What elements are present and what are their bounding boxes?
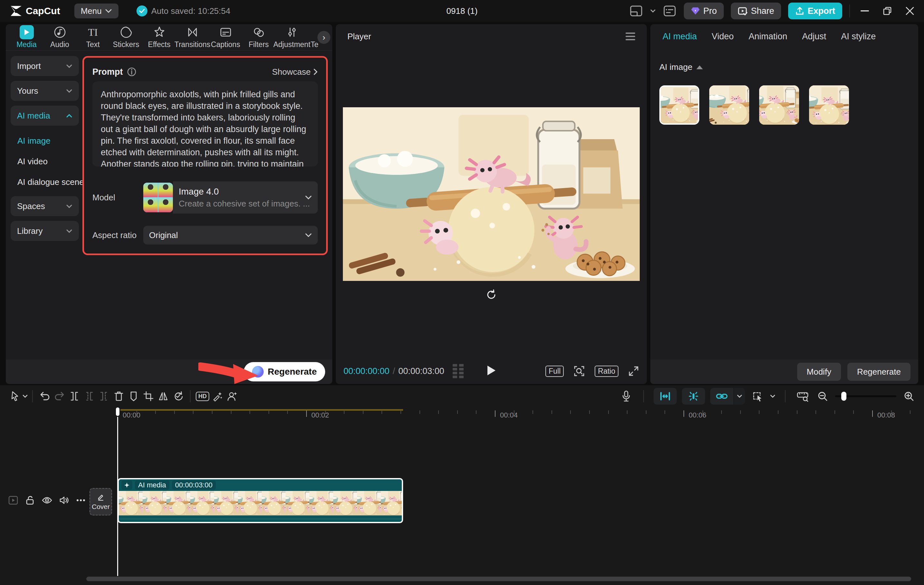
track-lock-icon[interactable] [25, 493, 35, 508]
tab-stickers[interactable]: Stickers [110, 25, 142, 49]
mark-icon[interactable] [126, 389, 141, 404]
ai-image-section-header[interactable]: AI image [659, 62, 703, 72]
sidebar-item-spaces[interactable]: Spaces [11, 196, 79, 216]
tab-media[interactable]: Media [10, 25, 43, 49]
mirror-icon[interactable] [156, 389, 171, 404]
hd-icon[interactable]: HD [195, 389, 210, 404]
selection-mode-chevron-icon[interactable] [770, 395, 775, 398]
variant-thumbnail-4[interactable] [809, 85, 849, 125]
track-visibility-icon[interactable] [42, 493, 52, 508]
aspect-ratio-select[interactable]: Original [143, 226, 318, 245]
share-button[interactable]: Share [731, 3, 781, 19]
pro-button[interactable]: Pro [684, 3, 724, 19]
sidebar-item-ai-dialogue-scene[interactable]: AI dialogue scene [11, 172, 79, 192]
zoom-slider-handle[interactable] [841, 392, 846, 401]
prompt-section-highlighted: Prompt Showcase Anthropomorphic axolotls… [82, 56, 328, 255]
play-button[interactable] [487, 365, 496, 377]
regenerate-variant-button[interactable]: Regenerate [847, 363, 911, 381]
split-icon[interactable] [67, 389, 82, 404]
select-tool-icon[interactable] [8, 389, 23, 404]
selection-mode-icon[interactable] [750, 389, 765, 404]
showcase-link[interactable]: Showcase [272, 67, 318, 77]
tab-adjust[interactable]: Adjust [802, 31, 826, 41]
sidebar-item-library[interactable]: Library [11, 221, 79, 241]
tab-text[interactable]: TI Text [77, 25, 109, 49]
tab-ai-stylize[interactable]: AI stylize [841, 31, 876, 41]
sidebar-item-ai-media[interactable]: AI media [11, 106, 79, 126]
timeline-ruler[interactable] [117, 410, 924, 417]
tab-animation[interactable]: Animation [749, 31, 787, 41]
chevron-down-icon [305, 233, 312, 237]
tab-effects[interactable]: Effects [143, 25, 175, 49]
ribbon-scroll-right-button[interactable]: › [317, 31, 330, 44]
sidebar-item-ai-video[interactable]: AI video [11, 151, 79, 172]
track-preview-icon[interactable] [8, 493, 18, 508]
tab-video[interactable]: Video [712, 31, 734, 41]
redo-icon[interactable] [52, 389, 67, 404]
sidebar-item-yours[interactable]: Yours [11, 81, 79, 101]
delete-left-icon[interactable] [82, 389, 97, 404]
restore-button[interactable] [879, 3, 895, 19]
track-mute-icon[interactable] [59, 493, 69, 508]
replace-icon[interactable] [171, 389, 185, 404]
capcut-logo-icon [10, 5, 23, 17]
layout-chevron-icon[interactable] [650, 9, 655, 13]
tab-filters[interactable]: Filters [243, 25, 275, 49]
tab-captions[interactable]: Captions [209, 25, 242, 49]
zoom-focus-icon[interactable] [573, 365, 585, 377]
voiceover-mic-icon[interactable] [619, 389, 634, 404]
fullscreen-icon[interactable] [628, 365, 639, 377]
export-button[interactable]: Export [788, 3, 842, 19]
select-tool-chevron-icon[interactable] [23, 395, 28, 398]
properties-panel: AI media Video Animation Adjust AI styli… [650, 24, 918, 384]
layout-toggle-icon[interactable] [629, 4, 643, 18]
modify-button[interactable]: Modify [797, 363, 841, 381]
timeline-horizontal-scrollbar[interactable] [86, 577, 911, 581]
playhead-line[interactable] [117, 410, 118, 576]
variant-thumbnail-2[interactable] [709, 85, 749, 125]
undo-icon[interactable] [37, 389, 52, 404]
player-menu-icon[interactable] [625, 33, 635, 40]
topbar-divider [849, 5, 850, 17]
timeline-zoom-slider[interactable] [835, 395, 896, 397]
model-selector[interactable]: Image 4.0 Create a cohesive set of image… [143, 181, 318, 213]
timeline-clip-ai-media[interactable]: AI media 00:00:03:00 [117, 478, 403, 523]
menu-button[interactable]: Menu [74, 3, 119, 18]
variant-thumbnail-3[interactable] [759, 85, 799, 125]
zoom-in-icon[interactable] [901, 389, 916, 404]
variant-thumbnail-1[interactable] [659, 85, 699, 125]
link-options-chevron-icon[interactable] [734, 388, 745, 405]
playhead-handle[interactable] [115, 407, 120, 417]
preview-axis-toggle[interactable] [682, 388, 705, 405]
delete-right-icon[interactable] [97, 389, 111, 404]
tab-adjustment[interactable]: Adjustment [276, 25, 308, 49]
delete-icon[interactable] [111, 389, 126, 404]
ratio-button[interactable]: Ratio [595, 365, 619, 377]
timeline-scale-icon[interactable] [795, 389, 810, 404]
tab-audio[interactable]: Audio [43, 25, 76, 49]
close-button[interactable] [902, 3, 917, 19]
magic-enhance-icon[interactable] [210, 389, 225, 404]
minimize-button[interactable] [857, 3, 873, 19]
effects-star-icon [153, 25, 166, 39]
link-toggle[interactable] [710, 388, 733, 405]
generated-image [343, 107, 640, 281]
track-more-icon[interactable] [76, 493, 86, 508]
zoom-out-icon[interactable] [815, 389, 830, 404]
model-thumbnail [143, 183, 173, 212]
auto-snap-toggle[interactable] [653, 388, 677, 405]
panel-settings-icon[interactable] [663, 4, 677, 18]
rotate-icon[interactable] [483, 287, 499, 302]
prompt-textarea[interactable]: Anthropomorphic axolotls, with pink fril… [92, 81, 318, 167]
frame-view-icon[interactable] [453, 364, 464, 378]
full-preview-button[interactable]: Full [545, 365, 564, 377]
tab-transitions[interactable]: Transitions [176, 25, 209, 49]
sidebar-item-ai-image[interactable]: AI image [11, 131, 79, 151]
info-icon[interactable] [127, 67, 137, 77]
cover-button[interactable]: Cover [89, 488, 112, 516]
player-canvas[interactable] [343, 107, 640, 281]
sidebar-item-import[interactable]: Import [11, 56, 79, 76]
tab-ai-media[interactable]: AI media [663, 31, 697, 41]
ai-character-icon[interactable] [225, 389, 239, 404]
crop-icon[interactable] [141, 389, 156, 404]
